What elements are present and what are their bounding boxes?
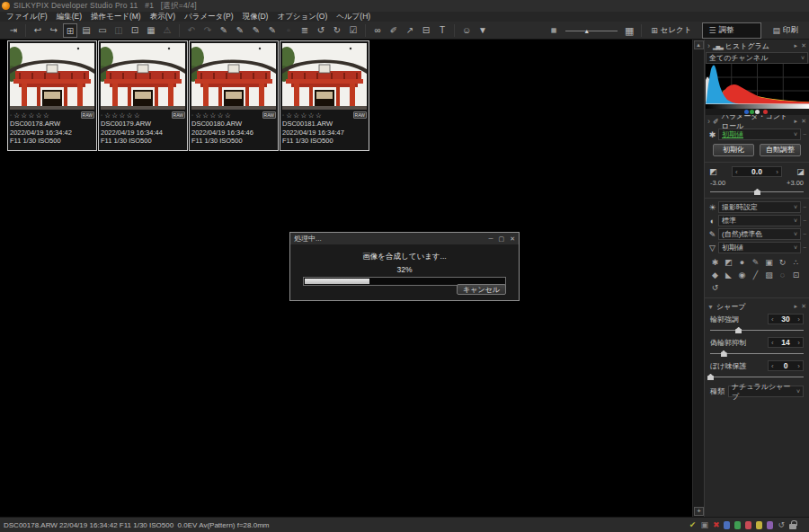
print-button[interactable]: ▤ 印刷	[772, 25, 798, 36]
pin-icon[interactable]: ▸	[795, 303, 798, 310]
menu-edit[interactable]: 編集(E)	[52, 12, 86, 22]
mark-yellow-chip[interactable]	[756, 521, 762, 529]
nav-forward-icon[interactable]: ↪	[47, 23, 61, 38]
thumbnail-card-4[interactable]: ◦ ☆☆☆☆☆ RAW DSC00181.ARW 2022/04/19 16:3…	[280, 40, 369, 151]
white-balance-dropdown[interactable]: 撮影時設定 ˅	[718, 201, 801, 213]
spin-up-icon[interactable]: ›	[776, 168, 778, 176]
selection-frame-icon[interactable]: ▫	[281, 23, 296, 38]
slider-thumb[interactable]	[707, 374, 714, 380]
layers-icon[interactable]: ≣	[298, 23, 312, 38]
green-marker-icon[interactable]	[750, 110, 754, 114]
tool-nodes-icon[interactable]: ∴	[789, 256, 803, 269]
mark-purple-chip[interactable]	[767, 521, 773, 529]
slider-thumb-icon[interactable]: ▲	[583, 28, 590, 34]
spin-down-icon[interactable]: ‹	[771, 315, 774, 324]
spin-down-icon[interactable]: ‹	[735, 168, 738, 176]
pin-icon[interactable]: ▸	[795, 42, 798, 49]
share-export-icon[interactable]: ↗	[403, 23, 417, 38]
mark-green-chip[interactable]	[734, 521, 741, 529]
redo-icon[interactable]: ↷	[200, 23, 215, 38]
spin-up-icon[interactable]: ›	[797, 339, 800, 347]
tool-spot-icon[interactable]: ╱	[749, 269, 762, 281]
tool-brush-icon[interactable]: ▨	[762, 269, 776, 281]
nav-back-icon[interactable]: ↩	[31, 23, 45, 38]
thumbnail-size-small-icon[interactable]: ▦	[547, 23, 561, 38]
mark-undo-icon[interactable]: ↺	[778, 520, 785, 529]
sharp-preset-dropdown[interactable]: 初期値 ˅	[718, 242, 801, 253]
thumbnail-card-2[interactable]: ◦ ☆☆☆☆☆ RAW DSC00179.ARW 2022/04/19 16:3…	[98, 40, 188, 151]
menu-operation-mode[interactable]: 操作モード(M)	[86, 12, 146, 22]
maximize-icon[interactable]: ▢	[499, 235, 505, 243]
contrast-dropdown[interactable]: 標準 ˅	[718, 215, 801, 226]
tool-wb-sphere-icon[interactable]: ●	[735, 256, 749, 269]
cancel-button[interactable]: キャンセル	[457, 284, 506, 295]
text-tool-icon[interactable]: T	[435, 23, 449, 38]
rotate-left-icon[interactable]: ↺	[314, 23, 328, 38]
rotate-right-icon[interactable]: ↻	[330, 23, 344, 38]
copy-mark-icon[interactable]: ▣	[700, 520, 708, 529]
collapse-icon[interactable]: −	[802, 244, 807, 251]
view-multi-icon[interactable]: ▦	[144, 23, 158, 38]
tool-blur-icon[interactable]: ◌	[776, 269, 789, 281]
rating-stars[interactable]: ☆☆☆☆☆	[195, 111, 232, 120]
bokeh-protection-spinner[interactable]: ‹ 0 ›	[768, 360, 804, 371]
tool-fisheye-icon[interactable]: ◉	[735, 269, 749, 281]
sharpness-icon[interactable]: ▽	[707, 244, 718, 253]
minimize-icon[interactable]: ─	[489, 235, 493, 243]
menu-option[interactable]: オプション(O)	[272, 12, 332, 22]
exposure-spinner[interactable]: ‹ 0.0 ›	[732, 166, 782, 177]
tool-tone-curve-icon[interactable]: ◩	[722, 256, 735, 269]
spin-up-icon[interactable]: ›	[797, 362, 800, 370]
auto-adjust-button[interactable]: 自動調整	[760, 144, 801, 156]
warning-display-icon[interactable]: ⚠	[160, 23, 174, 38]
close-icon[interactable]: ✕	[801, 42, 806, 49]
dialog-title-bar[interactable]: 処理中... ─ ▢ ✕	[290, 233, 519, 244]
tool-exposure-icon[interactable]: ✱	[708, 256, 722, 269]
gear-icon[interactable]: ✱	[707, 130, 718, 139]
rating-stars[interactable]: ☆☆☆☆☆	[13, 111, 50, 120]
tool-pen-icon[interactable]: ✎	[749, 256, 762, 269]
taste-dropdown[interactable]: 初期値 ˅	[718, 129, 801, 140]
false-outline-slider[interactable]	[710, 350, 804, 357]
rating-dot-icon[interactable]: ◦	[282, 112, 284, 118]
tool-frame-icon[interactable]: ▣	[762, 256, 776, 269]
thumbnail-size-slider[interactable]: ▲	[565, 24, 618, 37]
view-dual-icon[interactable]: ◫	[111, 23, 126, 38]
mark-red-chip[interactable]	[745, 521, 751, 529]
thumbnail-card-3[interactable]: ◦ ☆☆☆☆☆ RAW DSC00180.ARW 2022/04/19 16:3…	[189, 40, 279, 151]
spin-down-icon[interactable]: ‹	[771, 362, 774, 370]
menu-develop[interactable]: 現像(D)	[238, 12, 273, 22]
menu-parameter[interactable]: パラメータ(P)	[180, 12, 238, 22]
rating-stars[interactable]: ☆☆☆☆☆	[286, 111, 323, 120]
marker-pen-1-icon[interactable]: ✎	[217, 23, 231, 38]
close-icon[interactable]: ✕	[801, 303, 806, 310]
spin-up-icon[interactable]: ›	[797, 315, 800, 324]
false-outline-spinner[interactable]: ‹ 14 ›	[768, 337, 804, 348]
exposure-slider[interactable]	[710, 188, 804, 195]
view-grid-icon[interactable]: ⊞	[63, 23, 77, 38]
slider-thumb[interactable]	[721, 350, 727, 357]
filter-icon[interactable]: ▼	[476, 23, 490, 38]
menu-help[interactable]: ヘルプ(H)	[332, 12, 375, 22]
marker-pen-3-icon[interactable]: ✎	[249, 23, 263, 38]
bokeh-protection-slider[interactable]	[710, 373, 804, 380]
face-detection-icon[interactable]: ☺	[459, 23, 474, 38]
collapse-icon[interactable]: −	[802, 217, 807, 224]
sharp-type-dropdown[interactable]: ナチュラルシャープ ˅	[728, 386, 804, 397]
rating-dot-icon[interactable]: ◦	[10, 112, 12, 118]
rating-dot-icon[interactable]: ◦	[101, 112, 102, 118]
checkmark-box-icon[interactable]: ☑	[346, 23, 360, 38]
select-mode-button[interactable]: ⊞ セレクト	[651, 25, 691, 36]
slider-thumb[interactable]	[754, 189, 760, 195]
collapse-icon[interactable]: −	[802, 131, 807, 137]
marker-pen-4-icon[interactable]: ✎	[265, 23, 280, 38]
view-fullscreen-icon[interactable]: ⊡	[128, 23, 142, 38]
thumbnail-size-large-icon[interactable]: ▦	[622, 23, 636, 38]
add-panel-icon[interactable]: +	[694, 507, 704, 516]
contrast-icon[interactable]: ◐	[707, 217, 718, 226]
mark-blue-chip[interactable]	[724, 521, 730, 529]
chevron-right-icon[interactable]: ›	[707, 41, 710, 50]
outline-emphasis-slider[interactable]	[710, 326, 804, 333]
rating-stars[interactable]: ☆☆☆☆☆	[104, 111, 141, 120]
collapse-icon[interactable]: −	[802, 204, 807, 210]
